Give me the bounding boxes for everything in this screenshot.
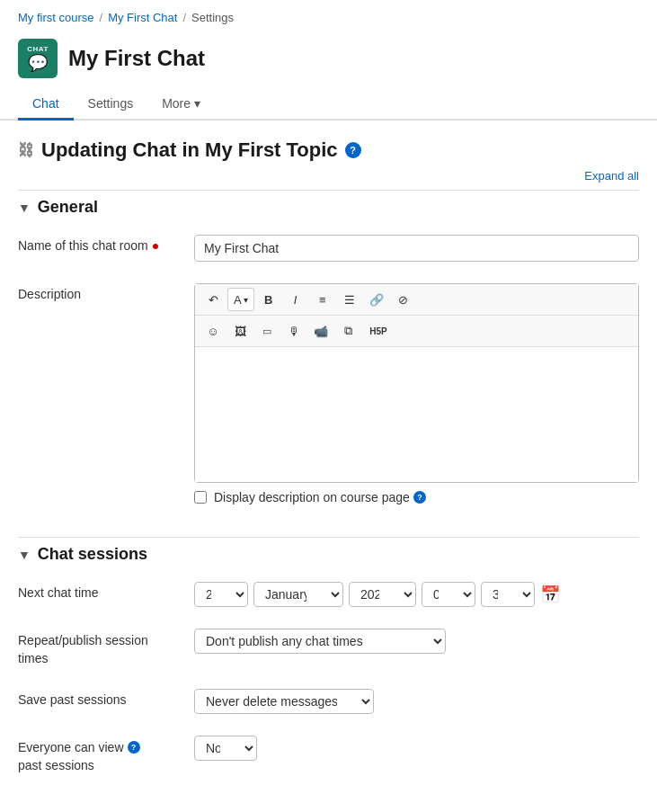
expand-all-link[interactable]: Expand all: [584, 169, 639, 183]
chat-sessions-toggle-icon: ▼: [18, 548, 31, 562]
name-label-wrap: Name of this chat room ●: [18, 235, 180, 253]
everyone-view-label-wrap: Everyone can viewpast sessions ?: [18, 736, 180, 774]
tab-more[interactable]: More ▾: [147, 89, 215, 120]
general-section: ▼ General Name of this chat room ● Descr…: [18, 190, 639, 519]
editor-font-btn[interactable]: A ▾: [227, 288, 254, 311]
day-select[interactable]: 24: [194, 582, 248, 607]
display-description-label[interactable]: Display description on course page ?: [214, 490, 426, 504]
everyone-view-select[interactable]: No Yes: [194, 736, 257, 761]
name-control-wrap: [194, 235, 639, 262]
chat-name-input[interactable]: [194, 235, 639, 262]
editor-h5p-btn[interactable]: H5P: [362, 319, 395, 343]
page-title: My First Chat: [68, 46, 205, 71]
editor-unlink-btn[interactable]: ⊘: [391, 288, 416, 311]
save-past-label: Save past sessions: [18, 692, 127, 707]
name-row: Name of this chat room ●: [18, 224, 639, 272]
chat-sessions-header[interactable]: ▼ Chat sessions: [18, 537, 639, 571]
display-desc-help-icon[interactable]: ?: [413, 491, 426, 504]
editor-audio-btn[interactable]: 🎙: [281, 319, 306, 343]
calendar-icon[interactable]: 📅: [540, 584, 560, 604]
next-chat-time-control: 24 January February March 2022 2023 2024…: [194, 582, 639, 607]
description-control-wrap: ↶ A ▾ B I ≡ ☰ 🔗 ⊘ ☺ 🖼 ▭ 🎙: [194, 283, 639, 508]
editor-image-btn[interactable]: 🖼: [227, 319, 253, 343]
chat-icon-symbol: 💬: [28, 55, 48, 71]
next-chat-time-inputs: 24 January February March 2022 2023 2024…: [194, 582, 639, 607]
next-chat-time-label: Next chat time: [18, 582, 180, 600]
name-label: Name of this chat room: [18, 238, 148, 253]
breadcrumb-chat[interactable]: My First Chat: [108, 11, 177, 24]
editor-emoji-btn[interactable]: ☺: [200, 319, 226, 343]
tabs-bar: Chat Settings More ▾: [0, 89, 657, 120]
repeat-label: Repeat/publish sessiontimes: [18, 632, 148, 667]
chat-sessions-title: Chat sessions: [38, 545, 147, 564]
general-section-header[interactable]: ▼ General: [18, 190, 639, 224]
chat-icon-box: CHAT 💬: [18, 39, 58, 78]
chat-type-label: CHAT: [27, 46, 49, 53]
chat-sessions-section: ▼ Chat sessions Next chat time 24 Januar…: [18, 537, 639, 785]
tab-settings[interactable]: Settings: [74, 89, 148, 120]
everyone-view-label: Everyone can viewpast sessions: [18, 739, 124, 774]
everyone-view-row: Everyone can viewpast sessions ? No Yes: [18, 725, 639, 785]
editor-ul-btn[interactable]: ≡: [310, 288, 335, 311]
description-label: Description: [18, 287, 81, 301]
editor-video-btn[interactable]: 📹: [308, 319, 333, 343]
description-label-wrap: Description: [18, 283, 180, 301]
editor-copy-btn[interactable]: ⧉: [335, 319, 360, 343]
editor-link-btn[interactable]: 🔗: [364, 288, 389, 311]
year-select[interactable]: 2022 2023 2024: [349, 582, 416, 607]
save-past-select[interactable]: Never delete messages Delete messages af…: [194, 689, 374, 714]
editor-media-btn[interactable]: ▭: [254, 319, 280, 343]
editor-toolbar-2: ☺ 🖼 ▭ 🎙 📹 ⧉ H5P: [195, 316, 638, 347]
editor-ol-btn[interactable]: ☰: [337, 288, 362, 311]
hour-select[interactable]: 07: [422, 582, 475, 607]
description-row: Description ↶ A ▾ B I ≡ ☰ 🔗 ⊘: [18, 272, 639, 519]
breadcrumb: My first course / My First Chat / Settin…: [0, 0, 657, 31]
editor-body[interactable]: [195, 347, 638, 482]
month-select[interactable]: January February March: [253, 582, 343, 607]
general-section-title: General: [38, 198, 98, 217]
editor-italic-btn[interactable]: I: [283, 288, 308, 311]
link-icon: ⛓: [18, 141, 34, 160]
display-description-row: Display description on course page ?: [194, 483, 639, 508]
everyone-view-control: No Yes: [194, 736, 639, 761]
page-heading: Updating Chat in My First Topic: [41, 138, 338, 162]
save-past-label-wrap: Save past sessions: [18, 689, 180, 707]
next-chat-time-row: Next chat time 24 January February March…: [18, 571, 639, 618]
tab-chat[interactable]: Chat: [18, 89, 74, 120]
repeat-row: Repeat/publish sessiontimes Don't publis…: [18, 618, 639, 678]
page-content: ⛓ Updating Chat in My First Topic ? Expa…: [0, 120, 657, 812]
breadcrumb-sep1: /: [100, 11, 103, 24]
heading-help-icon[interactable]: ?: [345, 142, 361, 158]
save-past-row: Save past sessions Never delete messages…: [18, 678, 639, 725]
breadcrumb-sep2: /: [182, 11, 186, 24]
required-icon: ●: [152, 238, 159, 253]
general-toggle-icon: ▼: [18, 201, 31, 215]
breadcrumb-course[interactable]: My first course: [18, 11, 94, 24]
save-past-control: Never delete messages Delete messages af…: [194, 689, 639, 714]
repeat-control: Don't publish any chat times No repeats …: [194, 629, 639, 654]
page-header: CHAT 💬 My First Chat: [0, 31, 657, 78]
description-editor: ↶ A ▾ B I ≡ ☰ 🔗 ⊘ ☺ 🖼 ▭ 🎙: [194, 283, 639, 483]
expand-all-wrap: Expand all: [18, 169, 639, 183]
minute-select[interactable]: 32: [481, 582, 535, 607]
editor-toolbar-1: ↶ A ▾ B I ≡ ☰ 🔗 ⊘: [195, 284, 638, 316]
display-description-checkbox[interactable]: [194, 491, 207, 504]
everyone-view-help-icon[interactable]: ?: [128, 741, 140, 754]
page-heading-wrap: ⛓ Updating Chat in My First Topic ?: [18, 138, 639, 162]
repeat-select[interactable]: Don't publish any chat times No repeats …: [194, 629, 446, 654]
editor-undo-btn[interactable]: ↶: [200, 288, 226, 311]
repeat-label-wrap: Repeat/publish sessiontimes: [18, 629, 180, 667]
breadcrumb-current: Settings: [191, 11, 234, 24]
editor-bold-btn[interactable]: B: [256, 288, 281, 311]
